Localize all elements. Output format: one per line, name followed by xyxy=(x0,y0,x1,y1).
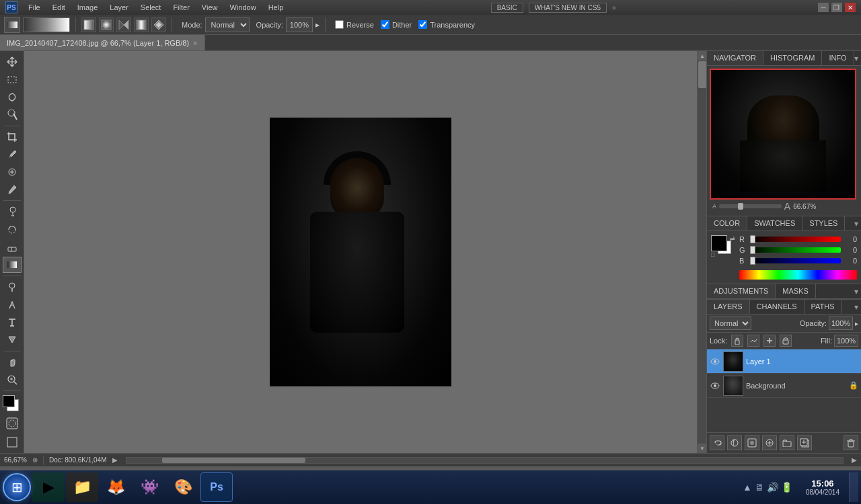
menu-help[interactable]: Help xyxy=(263,2,289,13)
menu-file[interactable]: File xyxy=(23,2,46,13)
h-scroll-thumb[interactable] xyxy=(162,458,305,463)
gradient-tool-button[interactable] xyxy=(4,17,20,33)
canvas-area[interactable]: ▲ ▼ xyxy=(24,51,706,453)
status-triangle-right[interactable]: ▶ xyxy=(852,456,857,464)
status-arrow-icon[interactable]: ▶ xyxy=(112,456,118,464)
healing-brush-tool[interactable] xyxy=(3,164,22,180)
opacity-input[interactable] xyxy=(286,17,313,32)
zoom-small-icon[interactable]: A xyxy=(712,203,716,210)
restore-button[interactable]: ❐ xyxy=(831,3,842,12)
scroll-thumb[interactable] xyxy=(698,61,706,88)
foreground-color-swatch[interactable] xyxy=(3,395,15,407)
color-panel-menu-icon[interactable]: ▾ xyxy=(854,219,858,228)
taskbar-app-explorer[interactable]: 📁 xyxy=(66,472,98,502)
mode-select[interactable]: Normal xyxy=(205,17,250,32)
opacity-arrow[interactable]: ▸ xyxy=(315,20,320,30)
delete-layer-button[interactable] xyxy=(844,435,858,450)
r-thumb[interactable] xyxy=(750,235,755,243)
menu-window[interactable]: Window xyxy=(225,2,262,13)
menu-select[interactable]: Select xyxy=(135,2,167,13)
horizontal-scrollbar[interactable] xyxy=(126,457,844,464)
reverse-checkbox[interactable] xyxy=(335,20,344,29)
taskbar-app-media[interactable]: ▶ xyxy=(32,472,65,502)
tab-styles[interactable]: STYLES xyxy=(802,216,845,230)
layer-row-layer1[interactable]: Layer 1 xyxy=(707,349,861,374)
tray-up-arrow-icon[interactable]: ▲ xyxy=(743,482,752,493)
opacity-arrow-icon[interactable]: ▸ xyxy=(855,320,858,327)
path-selection-tool[interactable] xyxy=(3,331,22,347)
screen-mode-button[interactable] xyxy=(3,434,22,450)
dither-checkbox[interactable] xyxy=(381,20,389,29)
zoom-thumb[interactable] xyxy=(738,203,743,210)
adjustments-menu-icon[interactable]: ▾ xyxy=(854,287,858,296)
menu-image[interactable]: Image xyxy=(72,2,104,13)
g-slider[interactable] xyxy=(750,247,841,253)
zoom-large-icon[interactable]: A xyxy=(784,202,790,211)
tab-swatches[interactable]: SWATCHES xyxy=(747,216,802,230)
lock-all[interactable] xyxy=(780,335,792,347)
tray-volume-icon[interactable]: 🔊 xyxy=(767,482,778,493)
tray-battery-icon[interactable]: 🔋 xyxy=(781,482,792,493)
quick-mask-button[interactable] xyxy=(3,415,22,431)
tab-layers[interactable]: LAYERS xyxy=(707,300,750,314)
scroll-down-arrow[interactable]: ▼ xyxy=(698,444,706,453)
move-tool[interactable] xyxy=(3,54,22,70)
brush-tool[interactable] xyxy=(3,181,22,198)
doc-tab-close[interactable]: × xyxy=(193,39,197,47)
taskbar-app-paint[interactable]: 🎨 xyxy=(167,472,199,502)
taskbar-app-photoshop[interactable]: Ps xyxy=(200,472,233,502)
linear-gradient-button[interactable] xyxy=(81,17,96,32)
crop-tool[interactable] xyxy=(3,129,22,145)
swap-colors-icon[interactable]: ⇄ xyxy=(730,235,735,242)
layers-mode-select[interactable]: Normal xyxy=(710,317,751,330)
zoom-slider[interactable] xyxy=(719,204,782,208)
transparency-checkbox[interactable] xyxy=(418,20,427,29)
hand-tool[interactable] xyxy=(3,353,22,370)
add-layer-style-button[interactable]: f xyxy=(727,435,742,450)
tab-navigator[interactable]: NAVIGATOR xyxy=(707,51,763,65)
radial-gradient-button[interactable] xyxy=(99,17,114,32)
tab-color[interactable]: COLOR xyxy=(707,216,747,230)
tray-network-icon[interactable]: 🖥 xyxy=(755,482,764,493)
b-thumb[interactable] xyxy=(750,257,755,265)
lock-image-pixels[interactable] xyxy=(747,335,759,347)
clone-stamp-tool[interactable] xyxy=(3,204,22,220)
type-tool[interactable] xyxy=(3,314,22,330)
new-layer-button[interactable] xyxy=(797,435,812,450)
menu-filter[interactable]: Filter xyxy=(167,2,194,13)
tab-masks[interactable]: MASKS xyxy=(776,284,816,298)
taskbar-app-firefox[interactable]: 🦊 xyxy=(100,472,132,502)
tab-paths[interactable]: PATHS xyxy=(804,300,842,314)
fg-color-swatch[interactable] xyxy=(711,235,727,251)
lasso-tool[interactable] xyxy=(3,89,22,105)
panel-menu-icon[interactable]: ▾ xyxy=(854,54,858,63)
start-button[interactable]: ⊞ xyxy=(3,473,31,501)
diamond-gradient-button[interactable] xyxy=(151,17,166,32)
layer-row-background[interactable]: Background 🔒 xyxy=(707,374,861,398)
menu-view[interactable]: View xyxy=(196,2,223,13)
angle-gradient-button[interactable] xyxy=(116,17,131,32)
r-slider[interactable] xyxy=(750,237,841,242)
new-group-button[interactable] xyxy=(780,435,794,450)
lock-position[interactable] xyxy=(763,335,776,347)
reflected-gradient-button[interactable] xyxy=(134,17,149,32)
dodge-tool[interactable] xyxy=(3,279,22,295)
tab-channels[interactable]: CHANNELS xyxy=(750,300,804,314)
gradient-tool-panel[interactable] xyxy=(3,257,22,273)
history-brush-tool[interactable] xyxy=(3,221,22,237)
menu-layer[interactable]: Layer xyxy=(104,2,134,13)
whatsnew-button[interactable]: WHAT'S NEW IN CS5 xyxy=(529,3,607,13)
menu-edit[interactable]: Edit xyxy=(47,2,71,13)
scroll-up-arrow[interactable]: ▲ xyxy=(698,51,706,60)
status-zoom-icon[interactable]: ⊕ xyxy=(32,456,38,464)
eraser-tool[interactable] xyxy=(3,239,22,255)
taskbar-app-unknown[interactable]: 👾 xyxy=(133,472,165,502)
magic-wand-tool[interactable] xyxy=(3,107,22,123)
clock-area[interactable]: 15:06 08/04/2014 xyxy=(800,478,845,496)
marquee-tool[interactable] xyxy=(3,71,22,87)
gradient-preview[interactable] xyxy=(23,17,70,32)
layers-opacity-input[interactable] xyxy=(829,317,853,330)
b-slider[interactable] xyxy=(750,258,841,263)
pen-tool[interactable] xyxy=(3,296,22,312)
minimize-button[interactable]: ─ xyxy=(818,3,829,12)
